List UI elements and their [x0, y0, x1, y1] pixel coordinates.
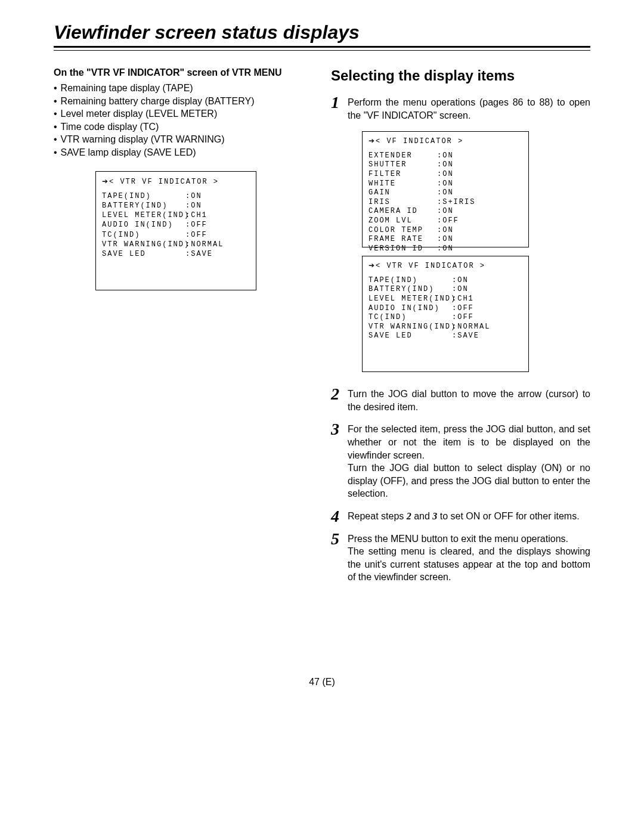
step-2: 2 Turn the JOG dial button to move the a…	[331, 388, 590, 413]
menu-value: :ON	[437, 170, 454, 179]
step-text: Turn the JOG dial button to select displ…	[348, 463, 590, 498]
bullet-item: SAVE lamp display (SAVE LED)	[61, 147, 196, 157]
menu-label: AUDIO IN(IND)	[102, 220, 185, 230]
page-number: 47 (E)	[54, 677, 590, 688]
menu-label: VTR WARNING(IND)	[369, 323, 452, 332]
menu-label: TC(IND)	[102, 230, 185, 240]
menu-value: :OFF	[185, 220, 208, 230]
menu-label: TAPE(IND)	[369, 276, 452, 286]
left-heading: On the "VTR VF INDICATOR" screen of VTR …	[54, 67, 313, 78]
bullet-item: Remaining battery charge display (BATTER…	[61, 96, 255, 106]
step-text: For the selected item, press the JOG dia…	[348, 424, 590, 460]
arrow-icon: ➔	[369, 137, 374, 146]
inline-step-ref: 2	[407, 511, 411, 521]
menu-label: TAPE(IND)	[102, 191, 185, 201]
menu-label: ZOOM LVL	[369, 216, 437, 226]
step-1: 1 Perform the menu operations (pages 86 …	[331, 96, 590, 122]
menu-label: SAVE LED	[369, 332, 452, 341]
step-text: Repeat steps	[348, 511, 407, 521]
menu-value: :ON	[437, 179, 454, 189]
bullet-list: Remaining tape display (TAPE) Remaining …	[54, 82, 313, 159]
arrow-icon: ➔	[102, 176, 108, 186]
step-number: 5	[331, 528, 339, 550]
menu-label: BATTERY(IND)	[102, 201, 185, 210]
step-number: 4	[331, 505, 339, 528]
vtr-vf-indicator-menu: ➔ < VTR VF INDICATOR > TAPE(IND):ON BATT…	[95, 171, 256, 290]
vf-indicator-menu: ➔ < VF INDICATOR > EXTENDER:ON SHUTTER:O…	[362, 131, 529, 247]
menu-value: :CH1	[185, 210, 208, 220]
bullet-item: Level meter display (LEVEL METER)	[61, 109, 218, 119]
vtr-vf-indicator-menu-2: ➔ < VTR VF INDICATOR > TAPE(IND):ON BATT…	[362, 256, 529, 372]
menu-value: :ON	[437, 160, 454, 170]
step-text: to set ON or OFF for other items.	[437, 511, 579, 521]
menu-label: CAMERA ID	[369, 207, 437, 216]
rule-thick	[54, 46, 590, 48]
menu-label: COLOR TEMP	[369, 226, 437, 236]
arrow-icon: ➔	[369, 261, 374, 271]
menu-value: :OFF	[185, 230, 208, 240]
step-text: The setting menu is cleared, and the dis…	[348, 546, 590, 582]
menu-value: :ON	[437, 226, 454, 236]
menu-value: :OFF	[452, 313, 474, 323]
menu-value: :NORMAL	[185, 240, 224, 249]
menu-title: < VTR VF INDICATOR >	[376, 262, 485, 271]
menu-label: EXTENDER	[369, 151, 437, 161]
bullet-item: Remaining tape display (TAPE)	[61, 83, 193, 93]
step-text: Turn the JOG dial button to move the arr…	[348, 389, 590, 412]
step-text: Perform the menu operations (pages 86 to…	[348, 97, 590, 120]
step-number: 1	[331, 91, 339, 114]
menu-value: :ON	[437, 244, 454, 254]
menu-value: :CH1	[452, 295, 474, 304]
menu-value: :OFF	[437, 216, 459, 226]
menu-label: LEVEL METER(IND)	[102, 210, 185, 220]
menu-value: :ON	[437, 235, 454, 244]
menu-value: :ON	[452, 285, 469, 295]
menu-label: SHUTTER	[369, 160, 437, 170]
bullet-item: Time code display (TC)	[61, 122, 159, 132]
menu-value: :NORMAL	[452, 323, 490, 332]
menu-label: GAIN	[369, 188, 437, 198]
menu-value: :ON	[452, 276, 469, 286]
menu-value: :SAVE	[185, 249, 213, 259]
menu-value: :ON	[185, 191, 202, 201]
menu-title: < VF INDICATOR >	[376, 137, 463, 147]
step-number: 2	[331, 383, 339, 405]
right-column: Selecting the display items 1 Perform th…	[331, 67, 590, 593]
menu-label: VTR WARNING(IND)	[102, 240, 185, 249]
step-3: 3 For the selected item, press the JOG d…	[331, 423, 590, 500]
step-text: and	[411, 511, 433, 521]
menu-label: TC(IND)	[369, 313, 452, 323]
menu-value: :ON	[437, 188, 454, 198]
menu-label: FILTER	[369, 170, 437, 179]
menu-label: WHITE	[369, 179, 437, 189]
right-heading: Selecting the display items	[331, 67, 590, 84]
menu-label: IRIS	[369, 198, 437, 208]
menu-label: SAVE LED	[102, 249, 185, 259]
page-title: Viewfinder screen status displays	[54, 21, 590, 44]
menu-label: FRAME RATE	[369, 235, 437, 244]
menu-label: VERSION ID	[369, 244, 437, 254]
step-4: 4 Repeat steps 2 and 3 to set ON or OFF …	[331, 510, 590, 523]
menu-value: :ON	[437, 207, 454, 216]
menu-value: :S+IRIS	[437, 198, 475, 208]
step-text: Press the MENU button to exit the menu o…	[348, 534, 568, 544]
menu-title: < VTR VF INDICATOR >	[109, 177, 219, 187]
menu-label: LEVEL METER(IND)	[369, 295, 452, 304]
step-5: 5 Press the MENU button to exit the menu…	[331, 532, 590, 584]
menu-value: :OFF	[452, 304, 474, 314]
left-column: On the "VTR VF INDICATOR" screen of VTR …	[54, 67, 313, 593]
bullet-item: VTR warning display (VTR WARNING)	[61, 134, 225, 144]
menu-value: :SAVE	[452, 332, 479, 341]
menu-value: :ON	[437, 151, 454, 161]
menu-value: :ON	[185, 201, 202, 210]
step-number: 3	[331, 418, 339, 441]
rule-thin	[54, 50, 590, 51]
menu-label: BATTERY(IND)	[369, 285, 452, 295]
menu-label: AUDIO IN(IND)	[369, 304, 452, 314]
